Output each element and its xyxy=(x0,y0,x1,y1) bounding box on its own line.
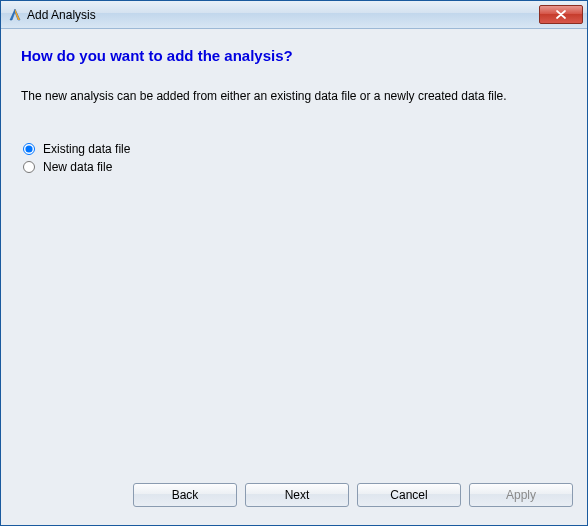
app-icon xyxy=(7,7,23,23)
button-bar: Back Next Cancel Apply xyxy=(1,475,587,525)
titlebar: Add Analysis xyxy=(1,1,587,29)
radio-existing-data-file[interactable]: Existing data file xyxy=(23,142,567,156)
radio-group-source: Existing data file New data file xyxy=(21,142,567,178)
radio-new-data-file[interactable]: New data file xyxy=(23,160,567,174)
radio-label-new: New data file xyxy=(43,160,112,174)
cancel-button[interactable]: Cancel xyxy=(357,483,461,507)
radio-label-existing: Existing data file xyxy=(43,142,130,156)
next-button[interactable]: Next xyxy=(245,483,349,507)
back-button[interactable]: Back xyxy=(133,483,237,507)
close-icon xyxy=(556,10,566,19)
close-button[interactable] xyxy=(539,5,583,24)
dialog-content: How do you want to add the analysis? The… xyxy=(1,29,587,475)
radio-input-new[interactable] xyxy=(23,161,35,173)
radio-input-existing[interactable] xyxy=(23,143,35,155)
page-heading: How do you want to add the analysis? xyxy=(21,47,567,64)
page-description: The new analysis can be added from eithe… xyxy=(21,88,567,104)
dialog-window: Add Analysis How do you want to add the … xyxy=(0,0,588,526)
apply-button[interactable]: Apply xyxy=(469,483,573,507)
window-title: Add Analysis xyxy=(27,8,539,22)
